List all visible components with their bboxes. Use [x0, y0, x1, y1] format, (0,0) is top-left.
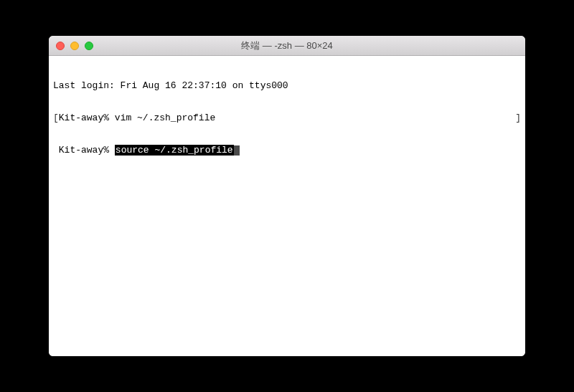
command-text: vim ~/.zsh_profile: [115, 113, 215, 123]
terminal-line: [Kit-away% vim ~/.zsh_profile]: [53, 113, 521, 123]
traffic-lights: [49, 42, 93, 50]
bracket-close: ]: [515, 113, 521, 123]
prompt: Kit-away%: [59, 145, 115, 156]
bracket-open: [53, 145, 59, 156]
cursor-icon: [234, 145, 240, 156]
titlebar[interactable]: 终端 — -zsh — 80×24: [49, 36, 525, 56]
bracket-open: [: [53, 113, 59, 123]
zoom-icon[interactable]: [85, 42, 93, 50]
window-title: 终端 — -zsh — 80×24: [49, 39, 525, 52]
terminal-line: Kit-away% source ~/.zsh_profile: [53, 145, 521, 156]
close-icon[interactable]: [56, 42, 65, 50]
prompt: Kit-away%: [59, 113, 115, 123]
terminal-window: 终端 — -zsh — 80×24 Last login: Fri Aug 16…: [49, 36, 525, 356]
terminal-line: Last login: Fri Aug 16 22:37:10 on ttys0…: [53, 80, 521, 91]
terminal-body[interactable]: Last login: Fri Aug 16 22:37:10 on ttys0…: [49, 56, 525, 356]
highlighted-command: source ~/.zsh_profile: [115, 145, 234, 156]
minimize-icon[interactable]: [70, 42, 79, 50]
